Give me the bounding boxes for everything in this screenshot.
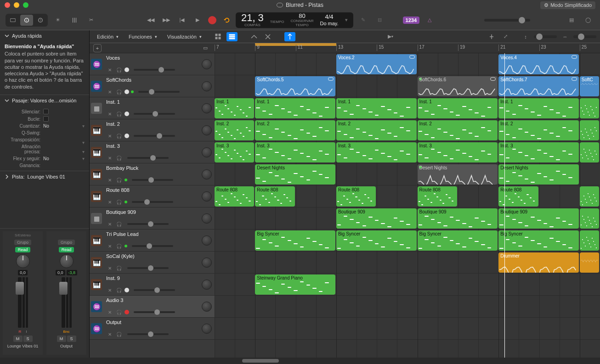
region[interactable]: Inst. 3 [498,142,579,162]
mute-button[interactable]: ✕ [106,111,113,117]
mute-button[interactable]: ✕ [106,243,113,249]
mute-button[interactable]: ✕ [106,199,113,205]
rewind-button[interactable]: ◀◀ [146,15,156,26]
headphones-icon[interactable]: 🎧 [115,221,123,227]
pan-knob[interactable] [202,280,212,290]
track-header[interactable]: 🎹 SoCal (Kyle) ✕ 🎧 [90,252,215,274]
region[interactable]: Boutique 909 [418,208,498,229]
master-volume-slider[interactable] [484,19,530,22]
volume-fader[interactable] [62,277,65,328]
region[interactable]: SoftChords.6 [418,76,498,96]
headphones-icon[interactable]: 🎧 [115,199,123,205]
region[interactable] [580,142,599,162]
lcd-display[interactable]: 21, 3COMPÁS TIEMPO 80CONSERVARTEMPO 4/4D… [236,12,353,28]
group-button[interactable]: Grupo [58,240,75,245]
pan-knob[interactable] [202,147,212,157]
track-header[interactable]: 🎹 Inst. 3 ✕ 🎧 [90,141,215,163]
group-button[interactable]: Grupo [14,240,31,245]
region[interactable]: Inst. 2 [418,120,498,140]
region[interactable]: Steinway Grand Piano [255,274,335,295]
mute-button[interactable]: ✕ [106,265,113,271]
go-to-start-button[interactable]: |◀ [177,15,187,26]
track-header[interactable]: 🎹 Inst. 2 ✕ 🎧 [90,119,215,141]
metronome-button[interactable]: △ [423,15,436,26]
region[interactable]: Voces.4 [498,54,579,74]
region[interactable]: Inst. 2 [498,120,579,140]
region[interactable]: SoftChords.5 [255,76,335,96]
region[interactable]: Inst. 3 [336,142,417,162]
play-button[interactable]: ▶ [192,15,203,26]
pan-knob[interactable] [202,125,212,135]
mute-button[interactable]: ✕ [106,177,113,183]
headphones-icon[interactable]: 🎧 [115,67,123,73]
snap-button[interactable] [486,32,497,41]
mute-checkbox[interactable] [43,109,49,114]
headphones-icon[interactable]: 🎧 [115,243,123,249]
minimize-icon[interactable] [14,2,19,8]
headphones-icon[interactable]: 🎧 [115,111,123,117]
region[interactable]: SoftC [580,76,599,96]
track-lane[interactable] [215,296,600,318]
loop-checkbox[interactable] [43,116,49,122]
playhead[interactable] [504,53,505,358]
flex-select[interactable]: No ▾ [43,156,85,161]
region[interactable]: SoftChords.7 [498,76,579,96]
region[interactable]: Desert Nights [498,164,579,185]
simplified-mode-button[interactable]: ⚙ Modo Simplificado [540,1,595,9]
cycle-button[interactable] [222,15,232,26]
track-lane[interactable] [215,318,600,340]
region[interactable]: Desert Nights [255,164,335,185]
pan-knob[interactable] [60,254,74,268]
region[interactable]: Inst. 1 [498,98,579,118]
record-enable[interactable] [125,67,129,72]
solo-button[interactable]: S [67,336,76,342]
region[interactable]: Inst. 1 [255,98,335,118]
volume-slider[interactable] [132,179,173,181]
mixer-button[interactable] [68,15,81,26]
input-monitor[interactable]: I [24,330,28,334]
region[interactable] [580,98,599,118]
pan-knob[interactable] [202,302,212,312]
region[interactable]: Inst. 2 [215,120,254,140]
volume-slider[interactable] [127,223,169,225]
pan-knob[interactable] [202,191,212,202]
forward-button[interactable]: ▶▶ [161,15,171,26]
record-button[interactable] [208,16,216,24]
volume-slider[interactable] [138,91,180,93]
headphones-icon[interactable]: 🎧 [115,89,123,95]
region[interactable]: Drummer [498,252,579,273]
volume-slider[interactable] [134,69,175,71]
solo-button[interactable]: S [23,336,33,342]
mute-button[interactable]: ✕ [106,331,113,337]
flex-button[interactable] [262,32,273,41]
quantize-select[interactable]: No ▾ [43,123,85,129]
region[interactable]: Inst. 1 [418,98,498,118]
region[interactable]: Big Syncer [336,230,417,251]
master-volume-badge[interactable]: 1234 [403,17,419,24]
track-inspector-header[interactable]: Pista: Lounge Vibes 01 [0,171,89,182]
zoom-icon[interactable] [23,2,28,8]
record-enable[interactable] [125,112,129,116]
catch-button[interactable] [284,32,295,41]
track-header[interactable]: 🎹 Route 808 ✕ 🎧 [90,185,215,207]
arrange-area[interactable]: Voces.2Voces.4SoftChords.5SoftChords.6So… [215,53,600,358]
track-header[interactable]: 🎹 Tri Pulse Lead ✕ 🎧 [90,230,215,252]
volume-slider[interactable] [134,113,175,115]
quick-help-header[interactable]: Ayuda rápida [0,30,89,41]
record-enable[interactable] [125,288,129,292]
volume-slider[interactable] [134,311,175,313]
volume-slider[interactable] [132,201,173,203]
help-button[interactable]: ? [34,15,47,26]
region[interactable]: Boutique 909 [336,208,417,229]
region[interactable]: Inst. 2 [336,120,417,140]
region[interactable]: Route 808 [255,186,294,207]
mute-button[interactable]: ✕ [106,287,113,293]
bounce-button[interactable]: Bnc [62,330,72,334]
track-header[interactable]: ♒ Output ✕ 🎧 [90,318,215,340]
headphones-icon[interactable]: 🎧 [115,177,123,183]
region[interactable]: Inst. 3 [215,142,254,162]
headphones-icon[interactable]: 🎧 [115,155,123,161]
headphones-icon[interactable]: 🎧 [115,331,123,337]
region[interactable]: Route 808 [418,186,457,207]
horizontal-scrollbar[interactable] [0,358,600,364]
